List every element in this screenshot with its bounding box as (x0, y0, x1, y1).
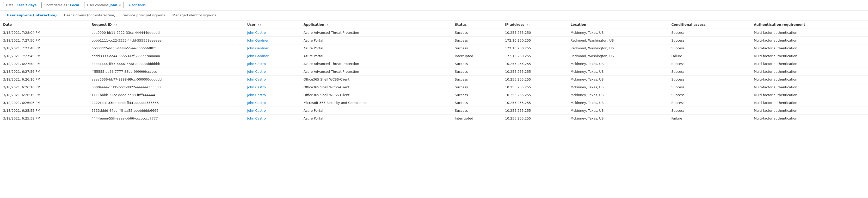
col-ip-sort-icon: ↑↓ (527, 24, 530, 26)
cell-authrequirement: Multi-factor authentication (751, 91, 868, 99)
table-row[interactable]: 3/18/2021, 7:28:04 PM aaa0000-bb11-2222-… (0, 29, 868, 37)
user-filter-chip[interactable]: User contains John ✕ (84, 2, 124, 8)
col-header-date[interactable]: Date ↓ (0, 21, 88, 29)
user-link[interactable]: John Castro (247, 31, 266, 35)
col-header-ipaddress[interactable]: IP address ↑↓ (502, 21, 567, 29)
table-row[interactable]: 3/18/2021, 6:26:16 PM aaaa6666-bb77-8888… (0, 76, 868, 83)
cell-requestid: aaaa6666-bb77-8888-99cc-000000dddddd (88, 76, 244, 83)
cell-user[interactable]: John Gardner (244, 52, 300, 60)
table-row[interactable]: 3/18/2021, 6:26:16 PM 0000aaaa-11bb-cccc… (0, 83, 868, 91)
col-user-label: User (247, 23, 255, 27)
user-link[interactable]: John Gardner (247, 38, 269, 42)
user-link[interactable]: John Castro (247, 116, 266, 120)
cell-requestid: 3333dddd-44ee-ffff-aa55-bbbbbbbb6666 (88, 107, 244, 115)
user-link[interactable]: John Gardner (247, 54, 269, 58)
tab-managedidentity[interactable]: Managed identity sign-ins (168, 11, 220, 20)
col-header-conditionalaccess: Conditional access (668, 21, 750, 29)
user-link[interactable]: John Castro (247, 62, 266, 66)
cell-application: Azure Advanced Threat Protection (301, 60, 452, 68)
user-link[interactable]: John Castro (247, 109, 266, 113)
cell-user[interactable]: John Castro (244, 107, 300, 115)
cell-user[interactable]: John Castro (244, 99, 300, 107)
tabs-bar: User sign-ins (interactive) User sign-in… (0, 11, 868, 21)
col-header-location: Location (567, 21, 669, 29)
cell-user[interactable]: John Castro (244, 76, 300, 83)
col-header-application[interactable]: Application ↑↓ (301, 21, 452, 29)
cell-date: 3/18/2021, 6:25:38 PM (0, 115, 88, 122)
user-link[interactable]: John Gardner (247, 46, 269, 50)
cell-conditionalaccess: Success (668, 44, 750, 52)
tab-noninteractive[interactable]: User sign-ins (non-interactive) (60, 11, 119, 20)
table-row[interactable]: 3/18/2021, 7:27:45 PM dddd3333-ee44-5555… (0, 52, 868, 60)
cell-ipaddress: 10.255.255.250 (502, 29, 567, 37)
col-requestid-sort-icon: ↑↓ (114, 24, 117, 26)
cell-user[interactable]: John Castro (244, 68, 300, 76)
cell-authrequirement: Multi-factor authentication (751, 99, 868, 107)
show-dates-value: Local (70, 3, 79, 7)
cell-ipaddress: 10.255.255.255 (502, 76, 567, 83)
table-row[interactable]: 3/18/2021, 6:25:38 PM 4444eeee-55ff-aaaa… (0, 115, 868, 122)
cell-conditionalaccess: Success (668, 91, 750, 99)
table-row[interactable]: 3/18/2021, 6:27:56 PM ffff5555-aa66-7777… (0, 68, 868, 76)
cell-conditionalaccess: Success (668, 76, 750, 83)
table-row[interactable]: 3/18/2021, 7:27:48 PM cccc2222-dd33-4444… (0, 44, 868, 52)
date-filter-chip[interactable]: Date : Last 7 days (3, 2, 39, 8)
cell-date: 3/18/2021, 7:27:48 PM (0, 44, 88, 52)
table-row[interactable]: 3/18/2021, 6:26:15 PM 1111bbbb-22cc-dddd… (0, 91, 868, 99)
cell-authrequirement: Multi-factor authentication (751, 52, 868, 60)
cell-user[interactable]: John Castro (244, 83, 300, 91)
cell-conditionalaccess: Success (668, 83, 750, 91)
cell-requestid: 0000aaaa-11bb-cccc-dd22-eeeeee333333 (88, 83, 244, 91)
cell-user[interactable]: John Castro (244, 91, 300, 99)
cell-authrequirement: Multi-factor authentication (751, 83, 868, 91)
col-conditionalaccess-label: Conditional access (671, 23, 705, 27)
cell-application: Office365 Shell WCSS-Client (301, 83, 452, 91)
show-dates-chip[interactable]: Show dates as : Local (41, 2, 82, 8)
user-link[interactable]: John Castro (247, 93, 266, 97)
add-filters-button[interactable]: + Add filters (126, 2, 148, 8)
table-row[interactable]: 3/18/2021, 6:27:58 PM eeee4444-ff55-6666… (0, 60, 868, 68)
tab-interactive[interactable]: User sign-ins (interactive) (3, 11, 60, 20)
cell-application: Azure Portal (301, 44, 452, 52)
cell-conditionalaccess: Success (668, 107, 750, 115)
cell-location: Mckinney, Texas, US (567, 76, 669, 83)
cell-conditionalaccess: Failure (668, 52, 750, 60)
cell-status: Success (452, 37, 502, 44)
add-filters-icon: + (128, 3, 130, 7)
cell-date: 3/18/2021, 6:27:58 PM (0, 60, 88, 68)
cell-authrequirement: Multi-factor authentication (751, 115, 868, 122)
cell-user[interactable]: John Castro (244, 115, 300, 122)
cell-ipaddress: 10.255.255.255 (502, 99, 567, 107)
tab-serviceprincipal[interactable]: Service principal sign-ins (119, 11, 169, 20)
user-link[interactable]: John Castro (247, 101, 266, 105)
add-filters-label: Add filters (132, 3, 146, 7)
table-row[interactable]: 3/18/2021, 6:26:06 PM 2222cccc-33dd-eeee… (0, 99, 868, 107)
cell-ipaddress: 10.255.255.255 (502, 60, 567, 68)
cell-location: Mckinney, Texas, US (567, 115, 669, 122)
col-header-user[interactable]: User ↑↓ (244, 21, 300, 29)
user-link[interactable]: John Castro (247, 85, 266, 89)
cell-user[interactable]: John Castro (244, 60, 300, 68)
cell-status: Interrupted (452, 115, 502, 122)
cell-authrequirement: Multi-factor authentication (751, 29, 868, 37)
cell-date: 3/18/2021, 6:26:15 PM (0, 91, 88, 99)
table-row[interactable]: 3/18/2021, 7:27:50 PM bbbb1111-cc22-3333… (0, 37, 868, 44)
user-chip-close-icon[interactable]: ✕ (119, 4, 121, 7)
col-app-label: Application (304, 23, 324, 27)
cell-status: Success (452, 99, 502, 107)
cell-requestid: dddd3333-ee44-5555-66ff-777777aaaaaa (88, 52, 244, 60)
col-header-requestid[interactable]: Request ID ↑↓ (88, 21, 244, 29)
cell-requestid: 2222cccc-33dd-eeee-ff44-aaaaaa555555 (88, 99, 244, 107)
cell-ipaddress: 10.255.255.255 (502, 115, 567, 122)
cell-conditionalaccess: Success (668, 60, 750, 68)
cell-user[interactable]: John Gardner (244, 37, 300, 44)
user-link[interactable]: John Castro (247, 77, 266, 81)
cell-application: Azure Advanced Threat Protection (301, 29, 452, 37)
table-row[interactable]: 3/18/2021, 6:25:55 PM 3333dddd-44ee-ffff… (0, 107, 868, 115)
cell-application: Azure Portal (301, 52, 452, 60)
cell-location: Redmond, Washington, US (567, 52, 669, 60)
cell-conditionalaccess: Success (668, 29, 750, 37)
cell-user[interactable]: John Castro (244, 29, 300, 37)
cell-user[interactable]: John Gardner (244, 44, 300, 52)
user-link[interactable]: John Castro (247, 70, 266, 74)
